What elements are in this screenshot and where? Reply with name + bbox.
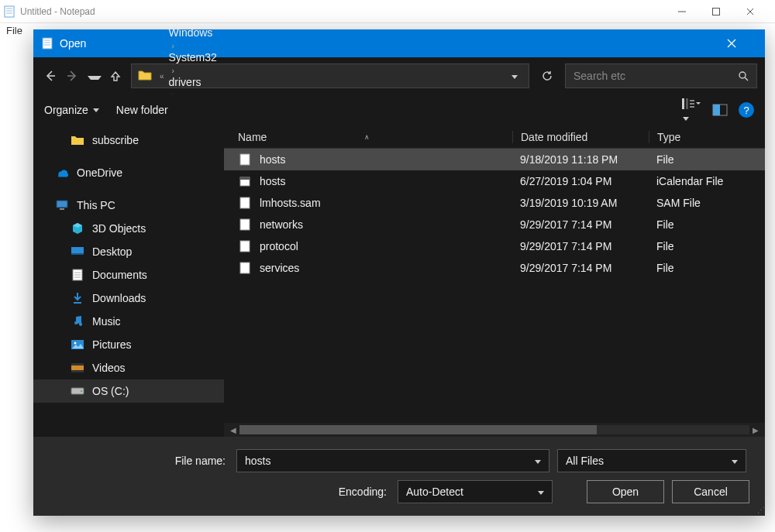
file-date: 9/29/2017 7:14 PM (512, 262, 649, 274)
scroll-left-icon[interactable]: ◀ (227, 426, 239, 434)
sidebar-item[interactable]: subscribe (33, 129, 224, 152)
file-icon (238, 240, 252, 252)
file-name: protocol (260, 240, 512, 252)
filename-input[interactable]: hosts (236, 449, 549, 472)
breadcrumb-overflow[interactable]: « (157, 72, 167, 81)
dialog-close-button[interactable] (726, 38, 757, 49)
dialog-titlebar[interactable]: Open (33, 29, 765, 57)
sidebar-item[interactable]: Pictures (33, 333, 224, 356)
onedrive-icon (55, 166, 69, 179)
file-row[interactable]: services9/29/2017 7:14 PMFile (224, 257, 765, 279)
svg-rect-28 (71, 253, 84, 255)
file-list[interactable]: hosts9/18/2019 11:18 PMFilehosts6/27/201… (224, 149, 765, 423)
file-row[interactable]: protocol9/29/2017 7:14 PMFile (224, 235, 765, 257)
resize-grip-icon[interactable]: ⋰ (757, 506, 763, 514)
file-row[interactable]: networks9/29/2017 7:14 PMFile (224, 214, 765, 235)
sidebar-item-label: Music (92, 315, 121, 328)
back-button[interactable] (44, 70, 58, 82)
filter-value: All Files (566, 455, 732, 467)
help-button[interactable]: ? (739, 102, 754, 118)
sidebar-item-label: Documents (92, 269, 147, 281)
breadcrumb-segment[interactable]: drivers (169, 76, 217, 88)
sidebar-item[interactable]: Videos (33, 356, 224, 379)
sidebar-item-label: OneDrive (77, 166, 122, 179)
chevron-right-icon[interactable]: › (169, 67, 177, 75)
organize-menu[interactable]: Organize (44, 104, 99, 116)
desktop-icon (71, 245, 84, 258)
column-type[interactable]: Type (649, 131, 765, 143)
encoding-select[interactable]: Auto-Detect (398, 480, 553, 503)
navigation-row: « Windows›System32›drivers›etc› Search e… (33, 57, 765, 94)
chevron-down-icon[interactable] (535, 457, 541, 465)
sidebar-item[interactable]: Music (33, 310, 224, 333)
filename-value: hosts (245, 455, 535, 467)
close-button[interactable] (746, 7, 766, 16)
menu-file[interactable]: File (6, 25, 22, 36)
horizontal-scrollbar[interactable]: ◀ ▶ (224, 423, 765, 437)
svg-rect-47 (240, 263, 250, 273)
music-icon (71, 315, 84, 328)
file-icon (238, 218, 252, 231)
sidebar-item[interactable]: 3D Objects (33, 217, 224, 240)
open-dialog: Open « Windows›System32›drivers›etc› (33, 29, 765, 516)
new-folder-button[interactable]: New folder (116, 104, 168, 116)
column-date[interactable]: Date modified (512, 131, 649, 143)
breadcrumb-segment[interactable]: System32 (169, 51, 217, 63)
sidebar-item-label: Desktop (92, 245, 132, 258)
file-row[interactable]: hosts6/27/2019 1:04 PMiCalendar File (224, 170, 765, 192)
file-type: File (649, 262, 765, 274)
file-type-filter[interactable]: All Files (557, 449, 746, 472)
nav-arrows (41, 70, 126, 82)
dialog-bottom-controls: File name: hosts All Files Encoding: Aut… (33, 437, 765, 516)
svg-line-17 (745, 77, 748, 81)
search-input[interactable]: Search etc (565, 63, 757, 88)
recent-locations-button[interactable] (88, 70, 102, 82)
chevron-down-icon[interactable] (538, 488, 544, 496)
file-row[interactable]: hosts9/18/2019 11:18 PMFile (224, 149, 765, 170)
folder-icon (71, 134, 84, 146)
svg-rect-43 (240, 177, 250, 180)
scrollbar-thumb[interactable] (239, 425, 597, 434)
file-row[interactable]: lmhosts.sam3/19/2019 10:19 AMSAM File (224, 192, 765, 214)
svg-rect-45 (240, 219, 250, 230)
svg-rect-19 (686, 98, 688, 109)
preview-pane-button[interactable] (712, 104, 728, 116)
maximize-button[interactable] (711, 7, 732, 16)
forward-button[interactable] (66, 70, 80, 82)
change-view-button[interactable] (681, 97, 701, 123)
toolbar: Organize New folder ? (33, 94, 765, 125)
search-icon (738, 70, 749, 81)
file-date: 9/29/2017 7:14 PM (512, 240, 649, 252)
cancel-button[interactable]: Cancel (672, 480, 749, 503)
sidebar-item[interactable]: Desktop (33, 240, 224, 263)
svg-point-16 (739, 72, 746, 78)
refresh-button[interactable] (534, 63, 560, 88)
address-dropdown[interactable] (507, 72, 522, 81)
organize-label: Organize (44, 104, 88, 116)
address-bar[interactable]: « Windows›System32›drivers›etc› (131, 63, 529, 88)
sidebar-item[interactable]: OS (C:) (33, 379, 224, 403)
file-date: 9/29/2017 7:14 PM (512, 218, 649, 231)
breadcrumb-segment[interactable]: Windows (169, 26, 217, 39)
sidebar-item[interactable]: OneDrive (33, 161, 224, 184)
column-headers[interactable]: Name ∧ Date modified Type (224, 125, 765, 149)
svg-point-35 (74, 342, 77, 345)
file-type: File (649, 240, 765, 252)
notepad-titlebar: Untitled - Notepad (0, 0, 775, 23)
calendar-icon (238, 175, 252, 187)
svg-rect-20 (690, 100, 694, 101)
open-button[interactable]: Open (587, 480, 664, 503)
sidebar-item[interactable]: Downloads (33, 287, 224, 310)
column-name[interactable]: Name (238, 131, 267, 143)
up-button[interactable] (109, 70, 123, 82)
sidebar-item[interactable]: This PC (33, 194, 224, 217)
chevron-down-icon[interactable] (732, 457, 738, 465)
chevron-right-icon[interactable]: › (169, 42, 177, 50)
sidebar-item[interactable]: Documents (33, 263, 224, 287)
minimize-button[interactable] (677, 7, 698, 16)
svg-rect-18 (682, 98, 684, 109)
sidebar-tree[interactable]: subscribeOneDriveThis PC3D ObjectsDeskto… (33, 125, 224, 437)
file-date: 6/27/2019 1:04 PM (512, 175, 649, 187)
3d-icon (71, 222, 84, 235)
scroll-right-icon[interactable]: ▶ (749, 426, 762, 434)
